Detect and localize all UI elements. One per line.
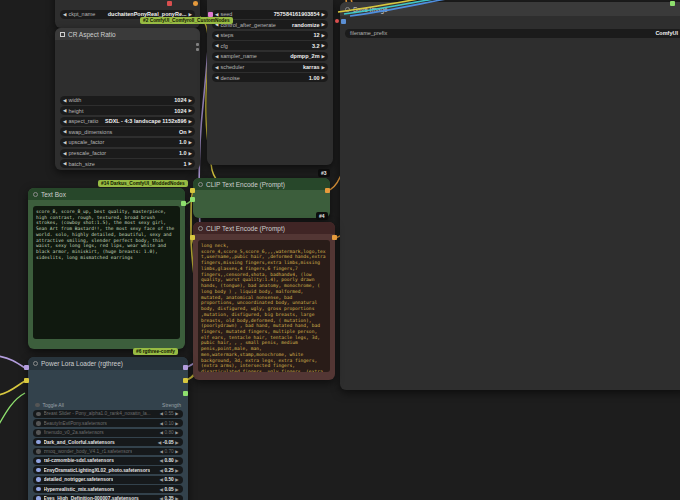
lora-strength[interactable]: ◀0.70▶: [158, 449, 180, 454]
decrement-arrow-icon[interactable]: ◀: [63, 119, 66, 124]
decrement-arrow-icon[interactable]: ◀: [215, 75, 218, 80]
strength-increment-icon[interactable]: ▶: [175, 421, 178, 426]
increment-arrow-icon[interactable]: ▶: [322, 54, 325, 59]
lora-clip-input-slot[interactable]: [24, 378, 29, 383]
increment-arrow-icon[interactable]: ▶: [322, 22, 325, 27]
lora-strength[interactable]: ◀0.35▶: [158, 496, 180, 500]
increment-arrow-icon[interactable]: ▶: [322, 75, 325, 80]
comfyui-canvas[interactable]: ◀ckpt_nameduchaitenPonyReal_ponyRe...▶ C…: [0, 0, 680, 500]
node-header[interactable]: Text Box: [28, 188, 185, 200]
decrement-arrow-icon[interactable]: ◀: [63, 12, 66, 17]
lora-row[interactable]: zmoq_wonder_body_V4.1_r1.safetensors◀0.7…: [33, 448, 183, 456]
lora-toggle[interactable]: [36, 468, 41, 473]
node-collapse-dot-icon[interactable]: [198, 226, 203, 231]
ksampler-node[interactable]: ◀seed757584161903854▶◀control_after_gene…: [207, 0, 333, 165]
strength-increment-icon[interactable]: ▶: [175, 430, 178, 435]
strength-increment-icon[interactable]: ▶: [175, 449, 178, 454]
increment-arrow-icon[interactable]: ▶: [189, 119, 192, 124]
widget-sampler_name[interactable]: ◀sampler_namedpmpp_2m▶: [212, 52, 328, 61]
lora-name[interactable]: zmoq_wonder_body_V4.1_r1.safetensors: [44, 449, 133, 454]
widget-denoise[interactable]: ◀denoise1.00▶: [212, 73, 328, 82]
increment-arrow-icon[interactable]: ▶: [189, 151, 192, 156]
textbox-string-output-slot[interactable]: [181, 201, 186, 206]
lora-clip-output-slot[interactable]: [183, 378, 188, 383]
strength-increment-icon[interactable]: ▶: [175, 496, 178, 500]
lora-row[interactable]: finenudo_v0_2a.safetensors◀0.80▶: [33, 429, 183, 437]
decrement-arrow-icon[interactable]: ◀: [63, 151, 66, 156]
increment-arrow-icon[interactable]: ▶: [189, 98, 192, 103]
strength-decrement-icon[interactable]: ◀: [158, 440, 161, 445]
strength-decrement-icon[interactable]: ◀: [160, 496, 163, 500]
lora-toggle[interactable]: [36, 430, 41, 435]
lora-name[interactable]: Hyperrealistic_mix.safetensors: [44, 487, 115, 492]
node-collapse-dot-icon[interactable]: [33, 192, 38, 197]
lora-strength[interactable]: ◀0.05▶: [158, 487, 180, 492]
lora-row[interactable]: detailed_notrigger.safetensors◀0.50▶: [33, 476, 183, 484]
widget-swap_dimensions[interactable]: ◀swap_dimensionsOn▶: [60, 127, 195, 136]
node-header[interactable]: CLIP Text Encode (Prompt): [193, 178, 330, 190]
decrement-arrow-icon[interactable]: ◀: [215, 12, 218, 17]
strength-increment-icon[interactable]: ▶: [175, 458, 178, 463]
widget-aspect_ratio[interactable]: ◀aspect_ratioSDXL - 4:3 landscape 1152x8…: [60, 117, 195, 126]
widget-width[interactable]: ◀width1024▶: [60, 96, 195, 105]
node-collapse-dot-icon[interactable]: [33, 361, 38, 366]
lora-strength[interactable]: ◀0.80▶: [158, 458, 180, 463]
lora-name[interactable]: Eyes_High_Definition-000007.safetensors: [44, 496, 139, 500]
strength-decrement-icon[interactable]: ◀: [160, 487, 163, 492]
lora-toggle[interactable]: [36, 487, 41, 492]
lora-row[interactable]: Hyperrealistic_mix.safetensors◀0.05▶: [33, 485, 183, 493]
lora-toggle[interactable]: [36, 496, 41, 500]
widget-batch_size[interactable]: ◀batch_size1▶: [60, 159, 195, 168]
lora-strength[interactable]: ◀0.25▶: [158, 468, 180, 473]
lora-strength[interactable]: ◀0.50▶: [158, 477, 180, 482]
decrement-arrow-icon[interactable]: ◀: [63, 98, 66, 103]
strength-decrement-icon[interactable]: ◀: [160, 468, 163, 473]
node-collapse-dot-icon[interactable]: [198, 182, 203, 187]
widget-prescale_factor[interactable]: ◀prescale_factor1.0▶: [60, 149, 195, 158]
widget-scheduler[interactable]: ◀schedulerkarras▶: [212, 63, 328, 72]
strength-increment-icon[interactable]: ▶: [175, 440, 178, 445]
lora-row[interactable]: BeautyInEvilPony.safetensors◀0.10▶: [33, 419, 183, 427]
top-right-green-slot[interactable]: [670, 1, 675, 6]
increment-arrow-icon[interactable]: ▶: [322, 33, 325, 38]
positive-prompt-textarea[interactable]: score_8, score_8_up, best quality, maste…: [33, 206, 180, 339]
lora-strength[interactable]: ◀0.80▶: [158, 430, 180, 435]
save-image-images-input-slot[interactable]: [341, 19, 346, 24]
cr-output-slot-2[interactable]: [196, 48, 199, 51]
reroute-pink-dot[interactable]: [208, 12, 213, 17]
decrement-arrow-icon[interactable]: ◀: [63, 129, 66, 134]
clip-pos-clip-input-slot[interactable]: [190, 188, 195, 193]
save-image-red-slot[interactable]: [335, 19, 339, 23]
lora-strength[interactable]: ◀-0.05▶: [157, 440, 180, 445]
strength-decrement-icon[interactable]: ◀: [160, 421, 163, 426]
node-header[interactable]: CR Aspect Ratio: [55, 28, 200, 40]
decrement-arrow-icon[interactable]: ◀: [215, 33, 218, 38]
decrement-arrow-icon[interactable]: ◀: [63, 161, 66, 166]
increment-arrow-icon[interactable]: ▶: [189, 161, 192, 166]
lora-row[interactable]: Eyes_High_Definition-000007.safetensors◀…: [33, 495, 183, 500]
lora-toggle[interactable]: [36, 477, 41, 482]
lora-toggle[interactable]: [36, 412, 41, 417]
reroute-orange-dot[interactable]: [193, 1, 198, 6]
decrement-arrow-icon[interactable]: ◀: [63, 140, 66, 145]
lora-toggle[interactable]: [36, 421, 41, 426]
increment-arrow-icon[interactable]: ▶: [189, 108, 192, 113]
node-collapse-dot-icon[interactable]: [345, 7, 350, 12]
save-image-node[interactable]: Save Image filename_prefixComfyUI: [340, 2, 680, 390]
lora-toggle[interactable]: [36, 449, 41, 454]
increment-arrow-icon[interactable]: ▶: [189, 129, 192, 134]
lora-name[interactable]: Dark_and_Colorful.safetensors: [44, 440, 115, 445]
increment-arrow-icon[interactable]: ▶: [189, 12, 192, 17]
lora-strength[interactable]: ◀0.55▶: [158, 411, 180, 416]
lora-extra-output-slot[interactable]: [183, 391, 188, 396]
node-header[interactable]: Save Image: [340, 2, 680, 16]
widget-steps[interactable]: ◀steps12▶: [212, 31, 328, 40]
cr-aspect-ratio-node[interactable]: CR Aspect Ratio ◀width1024▶◀height1024▶◀…: [55, 28, 200, 170]
lora-toggle[interactable]: [36, 459, 41, 464]
lora-row[interactable]: Breast Slider - Pony_alpha1.0_rank4_noxa…: [33, 410, 183, 418]
lora-row[interactable]: ral-czmombie-sdxl.safetensors◀0.80▶: [33, 457, 183, 465]
lora-name[interactable]: finenudo_v0_2a.safetensors: [44, 430, 104, 435]
lora-name[interactable]: detailed_notrigger.safetensors: [44, 477, 114, 482]
negative-prompt-textarea[interactable]: long neck, score_4,score_5,score_6,,,,wa…: [198, 240, 330, 372]
node-header[interactable]: Power Lora Loader (rgthree): [28, 357, 188, 370]
